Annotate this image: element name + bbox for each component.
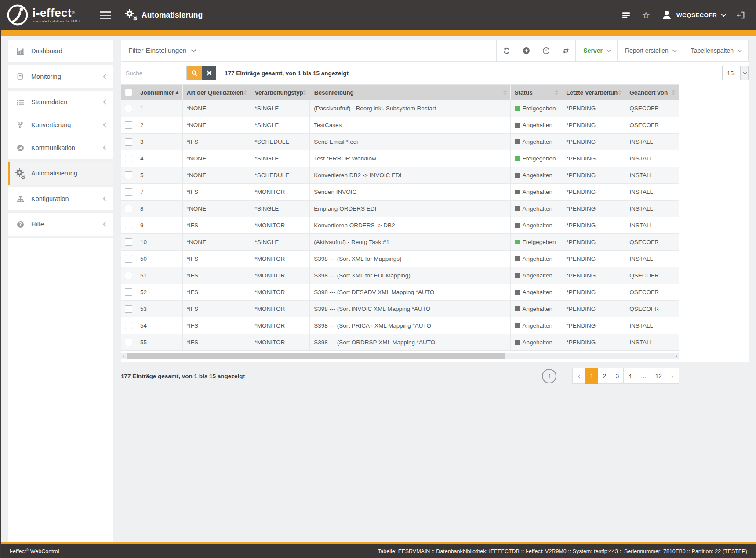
sidebar-item-konvertierung[interactable]: Konvertierung xyxy=(8,113,113,136)
filter-settings-dropdown[interactable]: Filter-Einstellungen xyxy=(121,40,195,61)
cell-geaendert: INSTALL xyxy=(625,317,679,334)
table-row[interactable]: 52*IFS*MONITORS398 --- (Sort DESADV XML … xyxy=(121,284,679,300)
sidebar-item-monitoring[interactable]: Monitoring xyxy=(8,65,113,88)
cell-geaendert: INSTALL xyxy=(625,251,679,267)
user-menu[interactable]: WCQSECOFR xyxy=(662,10,725,20)
sidebar-filler xyxy=(8,238,113,542)
cell-quelle: *NONE xyxy=(183,201,251,217)
star-icon[interactable]: ☆ xyxy=(642,11,650,20)
table-row[interactable]: 53*IFS*MONITORS398 --- (Sort INVOIC XML … xyxy=(121,300,679,317)
cell-job: 52 xyxy=(136,284,183,300)
page-button-1[interactable]: 1 xyxy=(585,368,598,384)
table-row[interactable]: 50*IFS*MONITORS398 --- (Sort XML for Map… xyxy=(121,250,679,267)
tabellenspalten-dropdown[interactable]: Tabellenspalten xyxy=(683,40,748,61)
row-checkbox[interactable] xyxy=(125,121,132,129)
journal-icon xyxy=(15,73,25,80)
horizontal-scrollbar[interactable]: ‹ › xyxy=(121,353,679,359)
table-row[interactable]: 51*IFS*MONITORS398 --- (Sort XML for EDI… xyxy=(121,267,679,284)
page-button-12[interactable]: 12 xyxy=(651,368,666,384)
chevron-down-icon xyxy=(740,66,748,80)
row-checkbox[interactable] xyxy=(125,339,132,346)
row-checkbox[interactable] xyxy=(125,105,132,112)
row-checkbox[interactable] xyxy=(125,205,132,212)
table-row[interactable]: 9*IFS*MONITORKonvertieren ORDERS -> DB2A… xyxy=(121,217,679,233)
sidebar-item-dashboard[interactable]: Dashboard xyxy=(8,40,113,62)
page-button-3[interactable]: 3 xyxy=(611,368,624,384)
cell-beschr: S398 --- (Sort PRICAT XML Mapping *AUTO xyxy=(310,317,510,334)
cell-geaendert: INSTALL xyxy=(625,150,679,167)
table-row[interactable]: 4*NONE*SINGLETest *ERROR WorkflowFreigeg… xyxy=(121,150,679,167)
row-checkbox[interactable] xyxy=(125,188,132,196)
cell-job: 5 xyxy=(136,167,183,183)
row-checkbox[interactable] xyxy=(125,272,132,279)
row-checkbox[interactable] xyxy=(125,305,132,313)
row-checkbox[interactable] xyxy=(125,238,132,246)
column-header-letzte[interactable]: Letzte Verarbeitung xyxy=(562,85,625,100)
sidebar-item-stammdaten[interactable]: Stammdaten xyxy=(8,91,113,113)
scroll-left-icon[interactable]: ‹ xyxy=(121,353,127,359)
row-checkbox-cell xyxy=(121,334,136,350)
cell-typ: *MONITOR xyxy=(251,184,310,200)
sidebar-item-konfiguration[interactable]: Konfiguration xyxy=(8,187,113,210)
search-icon xyxy=(191,70,198,77)
status-indicator xyxy=(515,256,520,261)
repeat-button[interactable] xyxy=(556,40,575,61)
page-next-button[interactable]: › xyxy=(666,368,679,384)
select-all-checkbox[interactable] xyxy=(125,89,132,96)
table-row[interactable]: 3*IFS*SCHEDULESend Email *.ediAngehalten… xyxy=(121,133,679,150)
page-size-select[interactable]: 15 xyxy=(722,66,749,80)
row-checkbox[interactable] xyxy=(125,222,132,229)
table-row[interactable]: 7*IFS*MONITORSenden INVOICAngehalten*PEN… xyxy=(121,183,679,200)
sidebar-item-automatisierung[interactable]: Automatisierung xyxy=(8,162,113,185)
search-input[interactable] xyxy=(121,66,187,80)
sidebar-item-hilfe[interactable]: ?Hilfe xyxy=(8,213,113,236)
table-row[interactable]: 5*NONE*SCHEDULEKonvertieren DB2 -> INVOI… xyxy=(121,167,679,183)
scrollbar-thumb[interactable] xyxy=(127,353,505,359)
table-row[interactable]: 2*NONE*SINGLETestCasesAngehalten*PENDING… xyxy=(121,117,679,133)
column-label: Jobnummer xyxy=(140,89,175,96)
table-row[interactable]: 8*NONE*SINGLEEmpfang ORDERS EDIAngehalte… xyxy=(121,200,679,217)
row-checkbox[interactable] xyxy=(125,138,132,146)
clear-search-button[interactable] xyxy=(202,66,216,80)
clock-button[interactable] xyxy=(536,40,556,61)
row-checkbox[interactable] xyxy=(125,322,132,329)
row-checkbox[interactable] xyxy=(125,171,132,179)
column-header-geaendert[interactable]: Geändert von xyxy=(625,85,679,100)
status-indicator xyxy=(515,206,520,211)
logout-icon[interactable] xyxy=(736,11,745,19)
row-checkbox[interactable] xyxy=(125,255,132,263)
sort-icon xyxy=(303,90,306,95)
column-header-job[interactable]: Jobnummer xyxy=(136,85,183,100)
status-text: Angehalten xyxy=(523,272,552,279)
scroll-to-top-button[interactable]: ↑ xyxy=(542,369,556,383)
column-header-status[interactable]: Status xyxy=(511,85,563,100)
cell-letzte: *PENDING xyxy=(562,134,625,150)
column-header-quelle[interactable]: Art der Quelldateien xyxy=(183,85,251,100)
server-dropdown[interactable]: Server xyxy=(575,40,617,61)
table-row[interactable]: 1*NONE*SINGLE(Passivaufruf) - Reorg inkl… xyxy=(121,100,679,117)
menu-icon[interactable] xyxy=(100,10,111,21)
table-row[interactable]: 10*NONE*SINGLE(Aktivaufruf) - Reorg Task… xyxy=(121,233,679,250)
column-label: Geändert von xyxy=(629,89,672,96)
cell-quelle: *IFS xyxy=(183,267,251,284)
table-row[interactable]: 54*IFS*MONITORS398 --- (Sort PRICAT XML … xyxy=(121,317,679,334)
refresh-button[interactable] xyxy=(496,40,516,61)
chevron-down-icon xyxy=(191,47,196,52)
table-row[interactable]: 55*IFS*MONITORS398 --- (Sort ORDRSP XML … xyxy=(121,334,679,350)
page-ellipsis[interactable]: … xyxy=(636,368,651,384)
scroll-right-icon[interactable]: › xyxy=(673,353,679,359)
row-checkbox[interactable] xyxy=(125,288,132,296)
brand-logo[interactable]: i-effect® integrated solutions for IBM i xyxy=(0,4,80,26)
row-checkbox[interactable] xyxy=(125,155,132,162)
servers-icon[interactable] xyxy=(622,12,630,18)
report-erstellen-dropdown[interactable]: Report erstellen xyxy=(617,40,683,61)
page-button-2[interactable]: 2 xyxy=(598,368,611,384)
sidebar-item-kommunikation[interactable]: Kommunikation xyxy=(8,136,113,159)
entries-summary-top: 177 Einträge gesamt, von 1 bis 15 angeze… xyxy=(225,70,349,77)
column-header-typ[interactable]: Verarbeitungstyp xyxy=(251,85,310,100)
page-prev-button[interactable]: ‹ xyxy=(572,368,585,384)
page-button-4[interactable]: 4 xyxy=(623,368,636,384)
plus-circle-button[interactable] xyxy=(516,40,536,61)
search-button[interactable] xyxy=(187,66,202,80)
column-header-beschr[interactable]: Beschreibung xyxy=(310,85,511,100)
